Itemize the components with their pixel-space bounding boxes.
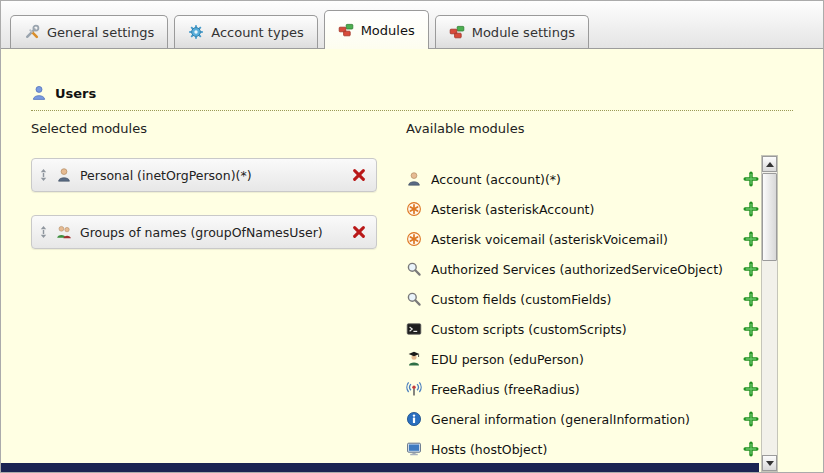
available-module-row: Asterisk (asteriskAccount)	[406, 194, 759, 224]
remove-module-button[interactable]	[351, 167, 367, 183]
add-module-button[interactable]	[743, 291, 759, 307]
scrollbar-track[interactable]	[762, 172, 777, 455]
available-module-row: Asterisk voicemail (asteriskVoicemail)	[406, 224, 759, 254]
add-module-button[interactable]	[743, 411, 759, 427]
available-module-label: Account (account)(*)	[431, 172, 734, 187]
tab-general-settings[interactable]: General settings	[10, 15, 168, 48]
add-module-button[interactable]	[743, 351, 759, 367]
tab-account-types[interactable]: Account types	[174, 15, 317, 48]
available-module-row: Account (account)(*)	[406, 164, 759, 194]
asterisk-icon	[406, 201, 422, 217]
available-modules-column: Available modules Account (account)(*)	[406, 121, 759, 464]
group-icon	[56, 224, 72, 240]
antenna-icon	[406, 381, 422, 397]
person-icon	[56, 167, 72, 183]
modules-panel: Users Selected modules	[1, 49, 823, 472]
available-module-row: EDU person (eduPerson)	[406, 344, 759, 374]
available-modules-heading: Available modules	[406, 121, 759, 136]
selected-module-label: Groups of names (groupOfNamesUser)	[80, 225, 343, 240]
tab-label: General settings	[47, 25, 154, 40]
tab-label: Account types	[211, 25, 303, 40]
available-module-label: Custom fields (customFields)	[431, 292, 734, 307]
remove-module-button[interactable]	[351, 224, 367, 240]
add-module-button[interactable]	[743, 261, 759, 277]
section-header-users: Users	[31, 85, 793, 111]
tools-icon	[24, 24, 40, 40]
available-module-label: Asterisk (asteriskAccount)	[431, 202, 734, 217]
available-module-label: EDU person (eduPerson)	[431, 352, 734, 367]
config-window: General settings Account types	[0, 0, 824, 473]
available-module-row: FreeRadius (freeRadius)	[406, 374, 759, 404]
arrow-up-icon	[766, 162, 774, 167]
magnifier-icon	[406, 291, 422, 307]
tab-modules[interactable]: Modules	[324, 10, 429, 49]
arrow-down-icon	[766, 461, 774, 466]
drag-handle-icon[interactable]	[39, 224, 48, 240]
person-icon	[406, 171, 422, 187]
available-module-row: Custom scripts (customScripts)	[406, 314, 759, 344]
available-module-label: Asterisk voicemail (asteriskVoicemail)	[431, 232, 734, 247]
available-module-row: General information (generalInformation)	[406, 404, 759, 434]
tab-bar: General settings Account types	[1, 1, 823, 49]
add-module-button[interactable]	[743, 441, 759, 457]
available-module-label: Hosts (hostObject)	[431, 442, 734, 457]
modules-bricks-icon	[338, 22, 354, 38]
graduate-icon	[406, 351, 422, 367]
scrollbar-up-button[interactable]	[762, 156, 777, 172]
footer-bar	[1, 463, 759, 472]
add-module-button[interactable]	[743, 201, 759, 217]
tab-label: Modules	[361, 23, 415, 38]
scrollbar-thumb[interactable]	[762, 173, 777, 261]
selected-module-row: Groups of names (groupOfNamesUser)	[31, 215, 377, 249]
asterisk-icon	[406, 231, 422, 247]
tab-label: Module settings	[472, 25, 575, 40]
section-title: Users	[55, 86, 96, 101]
modules-bricks-icon	[449, 24, 465, 40]
scrollbar-down-button[interactable]	[762, 455, 777, 471]
tab-module-settings[interactable]: Module settings	[435, 15, 589, 48]
add-module-button[interactable]	[743, 321, 759, 337]
gear-icon	[188, 24, 204, 40]
add-module-button[interactable]	[743, 231, 759, 247]
info-icon	[406, 411, 422, 427]
available-module-label: FreeRadius (freeRadius)	[431, 382, 734, 397]
available-module-label: Custom scripts (customScripts)	[431, 322, 734, 337]
magnifier-icon	[406, 261, 422, 277]
terminal-icon	[406, 321, 422, 337]
scrollbar	[761, 155, 778, 472]
selected-modules-column: Selected modules Personal (inetOrgPerso	[31, 121, 377, 272]
available-module-label: General information (generalInformation)	[431, 412, 734, 427]
monitor-icon	[406, 441, 422, 457]
selected-module-label: Personal (inetOrgPerson)(*)	[80, 168, 343, 183]
available-module-row: Custom fields (customFields)	[406, 284, 759, 314]
add-module-button[interactable]	[743, 171, 759, 187]
drag-handle-icon[interactable]	[39, 167, 48, 183]
selected-modules-heading: Selected modules	[31, 121, 377, 136]
available-module-row: Authorized Services (authorizedServiceOb…	[406, 254, 759, 284]
available-module-row: Hosts (hostObject)	[406, 434, 759, 464]
selected-module-row: Personal (inetOrgPerson)(*)	[31, 158, 377, 192]
add-module-button[interactable]	[743, 381, 759, 397]
users-icon	[31, 85, 47, 101]
available-module-label: Authorized Services (authorizedServiceOb…	[431, 262, 734, 277]
